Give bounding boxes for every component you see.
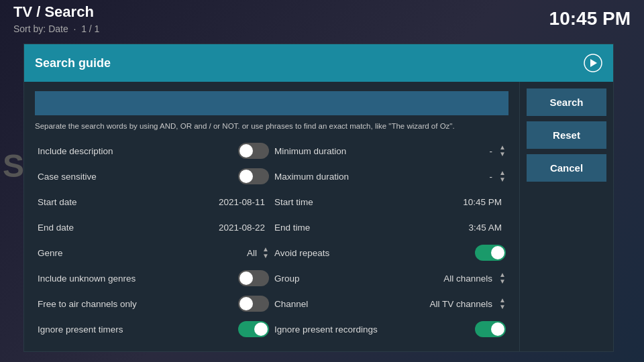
genre-label: Genre xyxy=(38,248,247,258)
genre-control[interactable]: All ▲ ▼ xyxy=(247,246,269,259)
group-down[interactable]: ▼ xyxy=(499,278,506,285)
min-duration-down[interactable]: ▼ xyxy=(499,151,506,158)
field-genre: Genre All ▲ ▼ xyxy=(35,240,272,265)
include-description-label: Include description xyxy=(38,146,238,156)
search-hint: Separate the search words by using AND, … xyxy=(35,122,508,130)
dialog-body: Separate the search words by using AND, … xyxy=(24,82,613,351)
field-start-date: Start date 2021-08-11 xyxy=(35,189,272,215)
minimum-duration-value: - xyxy=(490,146,493,156)
field-avoid-repeats: Avoid repeats xyxy=(272,240,508,265)
fields-grid: Include description Case sensitive xyxy=(35,138,508,342)
toggle-thumb xyxy=(239,272,253,285)
ignore-recordings-label: Ignore present recordings xyxy=(274,324,475,335)
channel-down[interactable]: ▼ xyxy=(499,304,506,310)
field-group: Group All channels ▲ ▼ xyxy=(272,265,508,291)
case-sensitive-toggle[interactable] xyxy=(238,168,269,184)
ignore-timers-toggle[interactable] xyxy=(238,321,269,337)
end-date-label: End date xyxy=(38,223,219,233)
ignore-recordings-toggle[interactable] xyxy=(475,321,506,337)
avoid-repeats-label: Avoid repeats xyxy=(274,248,475,258)
genre-down-arrow[interactable]: ▼ xyxy=(262,253,269,259)
case-sensitive-label: Case sensitive xyxy=(38,172,238,182)
field-free-to-air: Free to air channels only xyxy=(35,291,272,316)
min-duration-spinner[interactable]: ▲ ▼ xyxy=(499,144,506,158)
end-time-value: 3:45 AM xyxy=(468,223,502,233)
field-channel: Channel All TV channels ▲ ▼ xyxy=(272,291,508,316)
toggle-thumb xyxy=(239,297,253,310)
search-input[interactable] xyxy=(35,91,508,115)
field-ignore-recordings: Ignore present recordings xyxy=(272,316,508,342)
toggle-thumb xyxy=(491,246,504,259)
minimum-duration-label: Minimum duration xyxy=(274,146,490,156)
toggle-thumb xyxy=(239,170,253,183)
field-end-date: End date 2021-08-22 xyxy=(35,215,272,240)
dialog-header: Search guide xyxy=(24,44,613,82)
toggle-thumb xyxy=(491,322,504,336)
free-to-air-toggle[interactable] xyxy=(238,296,269,312)
start-time-value: 10:45 PM xyxy=(463,197,502,207)
search-input-row[interactable] xyxy=(35,91,508,115)
genre-value: All xyxy=(247,248,257,258)
max-duration-down[interactable]: ▼ xyxy=(499,176,506,183)
sortby: Sort by: Date · 1 / 1 xyxy=(13,23,99,34)
dialog-sidebar: Search Reset Cancel xyxy=(519,82,613,351)
start-time-label: Start time xyxy=(274,197,463,207)
search-guide-dialog: Search guide Separate the search words b… xyxy=(23,44,614,352)
toggle-thumb xyxy=(254,322,268,336)
search-button[interactable]: Search xyxy=(527,88,606,116)
field-ignore-timers: Ignore present timers xyxy=(35,316,272,342)
ignore-timers-label: Ignore present timers xyxy=(38,324,238,335)
channel-spinner[interactable]: ▲ ▼ xyxy=(499,297,506,310)
end-time-label: End time xyxy=(274,223,468,233)
group-spinner[interactable]: ▲ ▼ xyxy=(499,272,506,285)
top-bar: TV / Search Sort by: Date · 1 / 1 10:45 … xyxy=(0,0,644,37)
field-end-time: End time 3:45 AM xyxy=(272,215,508,240)
genre-spinner[interactable]: ▲ ▼ xyxy=(262,246,269,259)
field-include-unknown-genres: Include unknown genres xyxy=(35,265,272,291)
start-date-value: 2021-08-11 xyxy=(219,197,265,207)
group-value: All channels xyxy=(443,274,492,284)
avoid-repeats-toggle[interactable] xyxy=(475,245,506,261)
field-start-time: Start time 10:45 PM xyxy=(272,189,508,215)
cancel-button[interactable]: Cancel xyxy=(527,154,606,182)
channel-label: Channel xyxy=(274,299,430,309)
toggle-thumb xyxy=(239,144,253,158)
reset-button[interactable]: Reset xyxy=(527,121,606,149)
dialog-main: Separate the search words by using AND, … xyxy=(24,82,519,351)
max-duration-spinner[interactable]: ▲ ▼ xyxy=(499,170,506,183)
include-unknown-genres-label: Include unknown genres xyxy=(38,274,238,284)
field-case-sensitive: Case sensitive xyxy=(35,164,272,189)
maximum-duration-value: - xyxy=(490,172,493,182)
field-minimum-duration: Minimum duration - ▲ ▼ xyxy=(272,138,508,164)
include-description-toggle[interactable] xyxy=(238,143,269,159)
dialog-title: Search guide xyxy=(35,56,111,70)
clock: 10:45 PM xyxy=(549,8,631,29)
right-column: Minimum duration - ▲ ▼ Maximum duration … xyxy=(272,138,508,342)
include-unknown-genres-toggle[interactable] xyxy=(238,270,269,286)
maximum-duration-label: Maximum duration xyxy=(274,172,490,182)
start-date-label: Start date xyxy=(38,197,219,207)
svg-marker-1 xyxy=(590,59,597,67)
kodi-icon xyxy=(584,54,602,72)
free-to-air-label: Free to air channels only xyxy=(38,299,238,309)
left-column: Include description Case sensitive xyxy=(35,138,272,342)
field-include-description: Include description xyxy=(35,138,272,164)
group-label: Group xyxy=(274,274,443,284)
breadcrumb: TV / Search xyxy=(13,3,99,21)
end-date-value: 2021-08-22 xyxy=(219,223,265,233)
channel-value: All TV channels xyxy=(430,299,493,309)
field-maximum-duration: Maximum duration - ▲ ▼ xyxy=(272,164,508,189)
